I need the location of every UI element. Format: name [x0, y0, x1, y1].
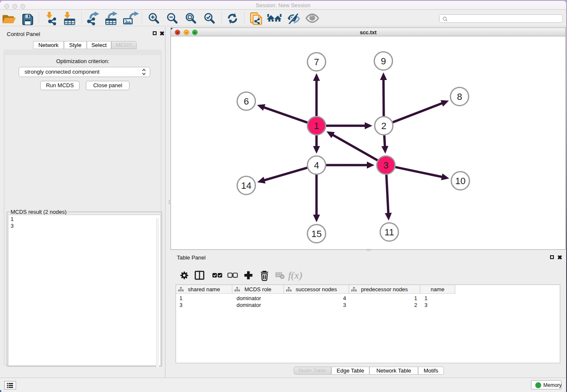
svg-text:8: 8: [457, 91, 462, 102]
svg-text:14: 14: [241, 180, 251, 191]
svg-text:15: 15: [311, 229, 322, 239]
svg-text:1: 1: [314, 121, 319, 131]
svg-text:7: 7: [314, 57, 319, 67]
svg-text:2: 2: [381, 121, 386, 131]
svg-text:3: 3: [383, 160, 388, 171]
svg-text:f(x): f(x): [288, 270, 302, 281]
svg-text:9: 9: [381, 56, 386, 66]
svg-text:11: 11: [385, 227, 394, 237]
svg-text:4: 4: [314, 160, 319, 171]
svg-text:10: 10: [455, 176, 465, 186]
svg-text:6: 6: [244, 96, 249, 107]
